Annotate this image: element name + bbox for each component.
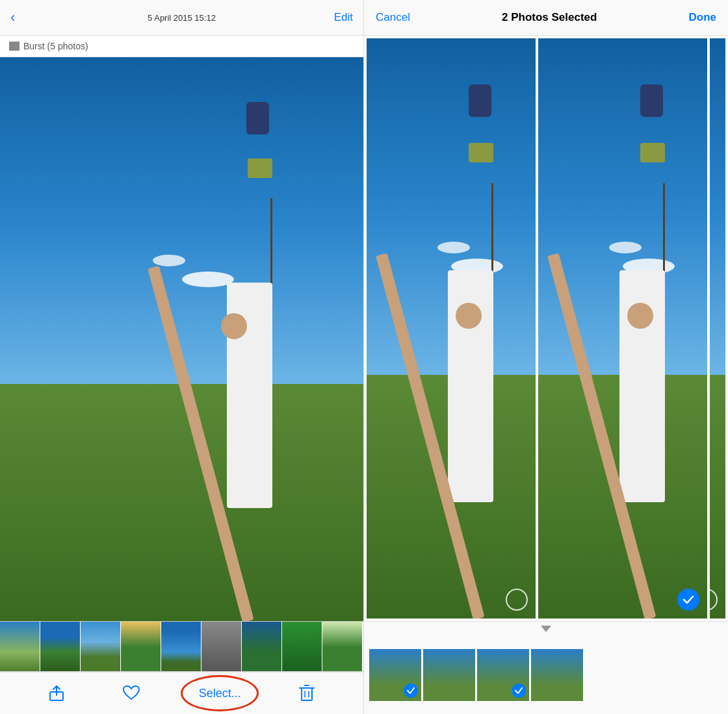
- child-body-r2: [640, 84, 663, 117]
- date-time-label: 5 April 2015 15:12: [148, 13, 216, 23]
- left-header: ‹ 5 April 2015 15:12 Edit: [0, 0, 363, 36]
- burst-label-text: Burst (5 photos): [23, 41, 88, 51]
- right-photo-2: [538, 38, 707, 618]
- right-photos-area: [364, 36, 728, 621]
- right-photo-slot-3[interactable]: [710, 38, 725, 618]
- child-pants-r2: [640, 143, 665, 162]
- thumb-bg: [121, 622, 161, 672]
- thumb-item[interactable]: [202, 622, 242, 672]
- child-body: [246, 102, 269, 134]
- selection-title: 2 Photos Selected: [502, 11, 597, 24]
- sky-bg: [0, 57, 363, 396]
- burst-label: Burst (5 photos): [0, 36, 363, 57]
- heart-button[interactable]: [122, 685, 140, 701]
- main-photo-area[interactable]: [0, 57, 363, 621]
- right-bottom-strip: [364, 621, 728, 714]
- thumb-bg: [202, 622, 241, 672]
- bottom-arrow: [364, 622, 728, 636]
- person-head-r2: [627, 303, 653, 329]
- arrow-down-icon: [541, 626, 551, 632]
- main-photo: [0, 57, 363, 621]
- thumb-bg: [40, 622, 80, 672]
- right-photo-slot-1[interactable]: [367, 38, 536, 618]
- child-body-r1: [469, 84, 491, 117]
- thumb-item[interactable]: [81, 622, 121, 672]
- thumb-bg: [322, 622, 362, 672]
- right-thumb-bg-2: [423, 649, 475, 701]
- cloud1: [182, 272, 234, 287]
- cloud2-r1: [437, 242, 470, 253]
- thumb-bg: [161, 622, 201, 672]
- burst-icon: [9, 42, 20, 51]
- right-thumb-4[interactable]: [531, 649, 583, 701]
- cloud2-r2: [609, 242, 642, 253]
- bushes: [0, 384, 363, 621]
- edit-button[interactable]: Edit: [334, 11, 353, 24]
- thumbnail-strip: [0, 621, 363, 672]
- selection-badge-outline-1: [506, 589, 528, 611]
- right-photo-1: [367, 38, 536, 618]
- thumb-item[interactable]: [322, 622, 363, 672]
- thumb-item[interactable]: [0, 622, 40, 672]
- child-pants-r1: [469, 143, 493, 162]
- svg-rect-1: [302, 688, 312, 700]
- select-button[interactable]: Select...: [199, 687, 241, 700]
- right-thumb-bg-4: [531, 649, 583, 701]
- right-thumb-1[interactable]: [369, 649, 421, 701]
- done-button[interactable]: Done: [688, 11, 716, 24]
- thumb-item[interactable]: [121, 622, 161, 672]
- selection-badge-2: [677, 589, 699, 611]
- share-button[interactable]: [49, 685, 64, 702]
- thumb-item[interactable]: [40, 622, 81, 672]
- back-button[interactable]: ‹: [10, 9, 15, 26]
- right-thumb-3[interactable]: [477, 649, 529, 701]
- right-photo-3: [710, 38, 725, 618]
- select-button-wrap[interactable]: Select...: [199, 687, 241, 700]
- thumb-bg: [0, 622, 40, 672]
- check-overlay-3: [512, 683, 526, 698]
- thumb-bg: [242, 622, 281, 672]
- thumb-item[interactable]: [282, 622, 322, 672]
- left-panel: ‹ 5 April 2015 15:12 Edit Burst (5 photo…: [0, 0, 364, 714]
- right-header: Cancel 2 Photos Selected Done: [364, 0, 728, 36]
- person-head: [221, 313, 247, 339]
- check-overlay-1: [404, 683, 418, 698]
- right-thumbnail-strip: [364, 636, 728, 714]
- trash-button[interactable]: [299, 685, 315, 702]
- thumb-bg: [81, 622, 120, 672]
- person-head-r1: [456, 303, 482, 329]
- right-thumb-2[interactable]: [423, 649, 475, 701]
- right-photo-slot-2[interactable]: [538, 38, 707, 618]
- bushes-r3: [710, 375, 725, 618]
- bottom-toolbar: Select...: [0, 672, 363, 714]
- cloud2: [153, 255, 185, 266]
- thumb-item[interactable]: [161, 622, 202, 672]
- child-pants: [248, 159, 272, 178]
- sky-bg-r3: [710, 38, 725, 387]
- right-panel: Cancel 2 Photos Selected Done: [364, 0, 728, 714]
- thumb-item[interactable]: [242, 622, 282, 672]
- cancel-button[interactable]: Cancel: [376, 11, 410, 24]
- thumb-bg: [282, 622, 322, 672]
